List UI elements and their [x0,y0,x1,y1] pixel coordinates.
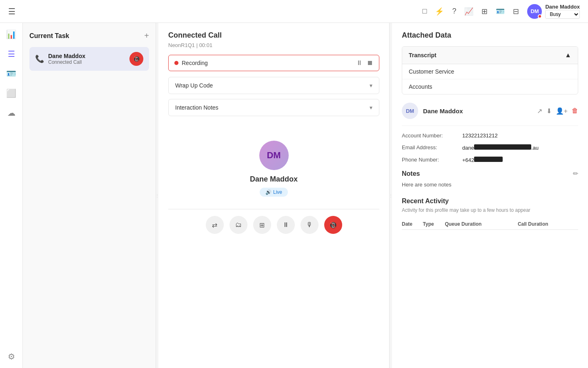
email-redacted [474,144,531,150]
sliders-icon[interactable]: ⊟ [513,7,519,16]
recent-activity-section: Recent Activity Activity for this profil… [402,197,578,230]
task-panel-header: Current Task + [29,31,149,40]
transcript-item-customer-service[interactable]: Customer Service [402,64,578,79]
add-contact-icon[interactable]: 👤+ [556,107,568,115]
call-meta: NeonR1Q1 | 00:01 [168,42,379,48]
interaction-notes-accordion[interactable]: Interaction Notes ▾ [168,99,379,116]
notes-label: Interaction Notes [175,104,218,111]
col-date: Date [402,219,423,230]
sidebar-cloud-icon[interactable]: ☁ [7,108,16,118]
lightning-icon[interactable]: ⚡ [435,7,444,16]
download-icon[interactable]: ⬇ [546,107,552,115]
contact-name: Dane Maddox [423,108,532,114]
wrap-up-chevron: ▾ [370,82,372,89]
end-call-button-main[interactable]: 📵 [324,216,342,234]
user-info: Dane Maddox Busy Available Away [545,4,580,19]
caller-avatar: DM [259,141,289,170]
task-item[interactable]: 📞 Dane Maddox Connected Call 📵 [29,47,149,71]
hold-button[interactable]: 🗂 [229,216,247,234]
data-panel: Attached Data Transcript ▲ Customer Serv… [392,23,588,368]
col-call-duration: Call Duration [518,219,578,230]
phone-row: Phone Number: +642 [402,157,578,163]
account-number-label: Account Number: [402,132,459,139]
grid-icon[interactable]: ⊞ [481,7,488,16]
hamburger-menu[interactable]: ☰ [8,7,16,16]
sidebar-analytics-icon[interactable]: 📊 [6,29,16,39]
dialpad-button[interactable]: ⊞ [253,216,271,234]
transcript-collapse-icon[interactable]: ▲ [565,52,571,59]
phone-value: +642 [462,157,503,163]
email-value: dane.au [462,144,539,151]
status-select[interactable]: Busy Available Away [545,10,580,19]
transcript-section: Transcript ▲ Customer Service Accounts [402,46,578,94]
dialpad-icon: ⊞ [259,221,265,229]
notes-edit-icon[interactable]: ✏ [573,170,578,177]
notes-section: Notes ✏ Here are some notes [402,170,578,188]
transcript-label: Transcript [409,52,437,58]
call-divider [168,209,379,209]
call-title: Connected Call [168,31,379,40]
transfer-button[interactable]: ⇄ [206,216,224,234]
main-layout: 📊 ☰ 🪪 ⬜ ☁ ⚙ Current Task + 📞 Dane Maddox… [0,23,588,368]
sidebar-contact-card-icon[interactable]: 🪪 [6,69,16,79]
data-panel-title: Attached Data [402,31,578,40]
caller-name: Dane Maddox [250,175,298,184]
call-controls: ⇄ 🗂 ⊞ ⏸ 🎙 📵 [168,216,379,234]
sidebar-settings-icon[interactable]: ⚙ [8,352,15,361]
wrap-up-label: Wrap Up Code [175,82,213,89]
col-type: Type [423,219,445,230]
delete-icon[interactable]: 🗑 [572,107,578,115]
recording-controls: ⏸ ⏹ [356,59,373,67]
recent-table: Date Type Queue Duration Call Duration [402,219,578,230]
task-panel-title: Current Task [29,32,69,40]
user-name: Dane Maddox [545,4,580,10]
recent-subtitle: Activity for this profile may take up to… [402,207,578,213]
phone-end-icon: 📵 [133,56,140,62]
recording-label: Recording [182,60,208,66]
end-call-icon: 📵 [329,221,337,229]
email-label: Email Address: [402,144,459,151]
wrap-up-accordion[interactable]: Wrap Up Code ▾ [168,77,379,94]
add-task-button[interactable]: + [144,31,149,40]
profile-icon[interactable]: 🪪 [496,7,505,16]
task-panel: Current Task + 📞 Dane Maddox Connected C… [23,23,156,368]
analytics-icon[interactable]: 📈 [464,7,473,16]
mute-button[interactable]: 🎙 [301,216,318,234]
transcript-item-accounts[interactable]: Accounts [402,79,578,94]
end-call-button[interactable]: 📵 [129,52,143,66]
mic-icon: 🎙 [306,221,313,229]
col-queue-duration: Queue Duration [445,219,518,230]
email-row: Email Address: dane.au [402,144,578,151]
topnav: ☰ □ ⚡ ? 📈 ⊞ 🪪 ⊟ DM Dane Maddox Busy Avai… [0,0,588,23]
stop-icon[interactable]: ⏹ [367,59,373,67]
notes-title: Notes [402,170,420,177]
task-name: Dane Maddox [48,53,125,59]
topnav-icons: □ ⚡ ? 📈 ⊞ 🪪 ⊟ DM Dane Maddox Busy Availa… [423,4,580,19]
user-menu[interactable]: DM Dane Maddox Busy Available Away [527,4,580,19]
transcript-header[interactable]: Transcript ▲ [402,47,578,64]
waveform-icon: 🔊 [265,189,272,195]
notes-text: Here are some notes [402,182,578,188]
status-dot [538,14,542,18]
phone-icon: 📞 [35,54,44,63]
open-external-icon[interactable]: ↗ [537,107,542,115]
account-number-value: 123221231212 [462,132,498,139]
sidebar-window-icon[interactable]: ⬜ [6,88,16,98]
pause-call-icon: ⏸ [283,221,289,229]
transfer-icon: ⇄ [212,221,217,229]
screen-icon[interactable]: □ [423,7,427,16]
pause-call-button[interactable]: ⏸ [277,216,295,234]
recording-bar: Recording ⏸ ⏹ [168,55,379,71]
sidebar: 📊 ☰ 🪪 ⬜ ☁ ⚙ [0,23,23,368]
notes-chevron: ▾ [370,104,372,111]
account-number-row: Account Number: 123221231212 [402,132,578,139]
task-subtitle: Connected Call [48,59,125,65]
hold-icon: 🗂 [235,221,242,229]
sidebar-tasks-icon[interactable]: ☰ [8,49,15,59]
pause-icon[interactable]: ⏸ [356,59,363,67]
contact-actions: ↗ ⬇ 👤+ 🗑 [537,107,578,115]
help-icon[interactable]: ? [452,7,456,16]
contact-row: DM Dane Maddox ↗ ⬇ 👤+ 🗑 [402,103,578,126]
notes-header: Notes ✏ [402,170,578,177]
recording-dot [174,61,178,65]
